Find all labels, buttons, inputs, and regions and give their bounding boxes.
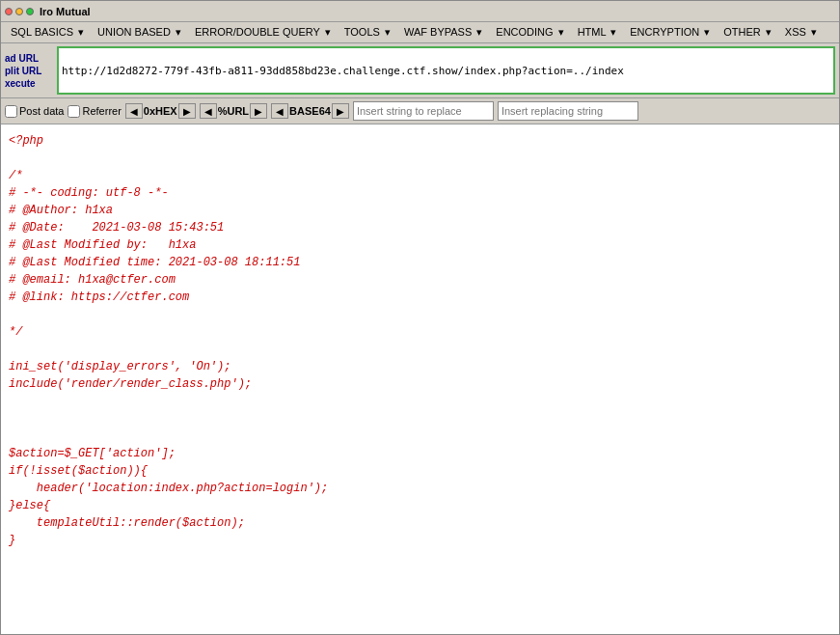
split-url-button[interactable]: plit URL: [5, 66, 53, 76]
menu-xss[interactable]: XSS: [779, 24, 823, 41]
referrer-label: Referrer: [82, 105, 121, 117]
minimize-button[interactable]: [15, 8, 23, 15]
hex-left-arrow[interactable]: ◀: [125, 103, 143, 119]
base64-encode-group: ◀ BASE64 ▶: [271, 103, 349, 119]
hex-encode-group: ◀ 0xHEX ▶: [125, 103, 196, 119]
menu-tools[interactable]: TOOLS: [339, 24, 396, 41]
menu-waf-bypass[interactable]: WAF BYPASS: [398, 24, 488, 41]
app-title: Iro Mutual: [40, 6, 91, 17]
hex-right-arrow[interactable]: ▶: [178, 103, 196, 119]
url-encode-group: ◀ %URL ▶: [200, 103, 267, 119]
base64-left-arrow[interactable]: ◀: [271, 103, 288, 119]
close-button[interactable]: [5, 8, 13, 15]
menu-other[interactable]: OTHER: [718, 24, 777, 41]
base64-label: BASE64: [289, 105, 331, 117]
maximize-button[interactable]: [26, 8, 34, 15]
load-url-button[interactable]: ad URL: [5, 53, 53, 64]
menu-encryption[interactable]: ENCRYPTION: [624, 24, 716, 41]
menu-error-double[interactable]: ERROR/DOUBLE QUERY: [189, 24, 337, 41]
url-input[interactable]: [57, 46, 835, 95]
post-data-label: Post data: [19, 105, 64, 117]
app-window: Iro Mutual SQL BASICS UNION BASED ERROR/…: [0, 0, 840, 635]
menu-html[interactable]: HTML: [572, 24, 623, 41]
replacing-string-input[interactable]: [498, 101, 638, 121]
toolbar: Post data Referrer ◀ 0xHEX ▶ ◀ %URL ▶ ◀ …: [1, 98, 839, 124]
url-left-arrow[interactable]: ◀: [200, 103, 217, 119]
titlebar: Iro Mutual: [1, 1, 839, 22]
referrer-checkbox-group: Referrer: [68, 105, 121, 118]
url-right-arrow[interactable]: ▶: [250, 103, 267, 119]
post-data-checkbox-group: Post data: [5, 105, 64, 118]
menu-sql-basics[interactable]: SQL BASICS: [5, 24, 90, 41]
base64-right-arrow[interactable]: ▶: [332, 103, 349, 119]
referrer-checkbox[interactable]: [68, 105, 80, 118]
menu-encoding[interactable]: ENCODING: [490, 24, 569, 41]
titlebar-controls: [5, 8, 34, 15]
code-display: <?php /* # -*- coding: utf-8 -*- # @Auth…: [1, 124, 839, 557]
menubar: SQL BASICS UNION BASED ERROR/DOUBLE QUER…: [1, 22, 839, 43]
url-label: %URL: [218, 105, 249, 117]
hex-label: 0xHEX: [144, 105, 177, 117]
replace-string-input[interactable]: [353, 101, 494, 121]
post-data-checkbox[interactable]: [5, 105, 17, 118]
menu-union-based[interactable]: UNION BASED: [92, 24, 187, 41]
execute-button[interactable]: xecute: [5, 78, 53, 89]
